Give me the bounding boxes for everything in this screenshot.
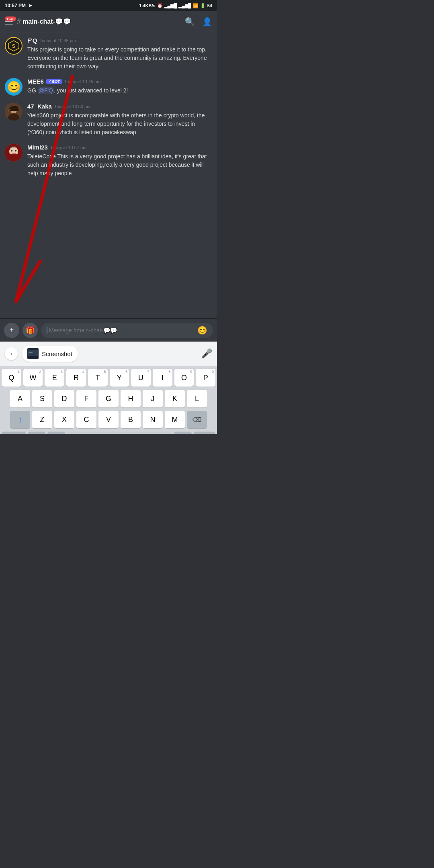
message-header-1: F'Q Today at 10:45 pm — [27, 37, 212, 44]
svg-point-9 — [15, 150, 16, 151]
key-u[interactable]: 7U — [131, 369, 151, 387]
key-w[interactable]: 2W — [23, 369, 43, 387]
battery-level: 54 — [207, 3, 212, 8]
checkmark-icon: ✓ — [48, 80, 51, 84]
svg-point-7 — [8, 154, 19, 162]
key-o[interactable]: 9O — [174, 369, 194, 387]
key-c[interactable]: C — [76, 411, 96, 428]
notification-badge: 1249 — [5, 16, 16, 21]
screenshot-suggestion-chip[interactable]: Screenshot — [22, 346, 78, 362]
return-key[interactable]: ↵ — [194, 432, 215, 434]
key-n[interactable]: N — [143, 411, 163, 428]
message-group-2: 😊 MEE6 ✓ BOT Today at 10:45 pm GG @F'Q, … — [5, 78, 212, 96]
key-z[interactable]: Z — [32, 411, 52, 428]
svg-rect-13 — [29, 351, 32, 351]
key-s[interactable]: S — [32, 390, 52, 407]
speed-indicator: 1.4KB/s — [139, 3, 155, 8]
wifi-icon: 📶 — [193, 3, 199, 8]
avatar-mimi — [5, 144, 23, 162]
signal2-icon: ▂▄▆█ — [178, 3, 191, 8]
message-group-1: S F'Q Today at 10:45 pm This project is … — [5, 37, 212, 71]
username-kaka: 47_Kaka — [27, 103, 52, 110]
svg-rect-15 — [29, 352, 33, 353]
message-text-2: GG @F'Q, you just advanced to level 2! — [27, 86, 212, 95]
key-a[interactable]: A — [10, 390, 30, 407]
message-header-3: 47_Kaka Today at 10:50 pm — [27, 103, 212, 110]
screenshot-text: Screenshot — [42, 350, 72, 357]
avatar-kaka — [5, 103, 23, 121]
comma-key[interactable]: , — [28, 432, 45, 434]
shift-key[interactable]: ↑ — [10, 411, 30, 428]
svg-rect-12 — [28, 350, 38, 350]
key-y[interactable]: 6Y — [110, 369, 129, 387]
chat-area: S F'Q Today at 10:45 pm This project is … — [0, 32, 217, 318]
chevron-right-icon: › — [10, 350, 12, 357]
key-j[interactable]: J — [143, 390, 163, 407]
key-i[interactable]: 8I — [153, 369, 172, 387]
num-sym-key[interactable]: ?123 — [2, 432, 26, 434]
header-icons: 🔍 👤 — [185, 17, 212, 27]
svg-rect-14 — [29, 352, 33, 352]
avatar-fq: S — [5, 37, 23, 55]
username-fq: F'Q — [27, 37, 37, 44]
emoji-button[interactable]: 😊 — [197, 326, 207, 335]
message-content-1: F'Q Today at 10:45 pm This project is go… — [27, 37, 212, 71]
avatar-mee6: 😊 — [5, 78, 23, 96]
key-k[interactable]: K — [165, 390, 185, 407]
message-text-4: TaleteCode This is a verry good project … — [27, 152, 212, 178]
svg-point-8 — [11, 150, 12, 151]
signal-icon: ▂▄▆█ — [164, 3, 177, 8]
add-button[interactable]: + — [4, 323, 19, 338]
timestamp-1: Today at 10:45 pm — [39, 38, 76, 43]
delete-key[interactable]: ⌫ — [187, 411, 207, 428]
suggestion-expand-button[interactable]: › — [5, 347, 18, 360]
period-key[interactable]: . — [174, 432, 192, 434]
profile-icon[interactable]: 👤 — [202, 17, 212, 27]
timestamp-3: Today at 10:50 pm — [54, 104, 91, 109]
key-x[interactable]: X — [54, 411, 74, 428]
channel-name: # main-chat-💬💬 — [17, 17, 181, 26]
keyboard-row-4: ?123 , 😊 . ↵ — [2, 432, 215, 434]
emoji-keyboard-key[interactable]: 😊 — [47, 432, 65, 434]
keyboard-row-2: A S D F G H J K L — [2, 390, 215, 407]
keyboard-row-1: 1Q 2W 3E 4R 5T 6Y 7U 8I 9O 0P — [2, 369, 215, 387]
time: 10:57 PM — [5, 3, 26, 8]
search-icon[interactable]: 🔍 — [185, 17, 195, 27]
message-group-3: 47_Kaka Today at 10:50 pm Yield360 proje… — [5, 103, 212, 137]
timestamp-2: Today at 10:45 pm — [64, 79, 101, 84]
key-m[interactable]: M — [165, 411, 185, 428]
key-r[interactable]: 4R — [66, 369, 86, 387]
bot-badge: ✓ BOT — [46, 79, 62, 84]
message-content-4: Mimi23 Today at 10:57 pm TaleteCode This… — [27, 144, 212, 178]
gift-button[interactable]: 🎁 — [23, 323, 38, 338]
screenshot-thumbnail — [27, 348, 39, 359]
message-content-3: 47_Kaka Today at 10:50 pm Yield360 proje… — [27, 103, 212, 137]
microphone-icon[interactable]: 🎤 — [201, 348, 212, 359]
key-h[interactable]: H — [121, 390, 141, 407]
message-group-4: Mimi23 Today at 10:57 pm TaleteCode This… — [5, 144, 212, 178]
hash-icon: # — [17, 17, 21, 26]
key-f[interactable]: F — [76, 390, 96, 407]
status-bar: 10:57 PM ➤ 1.4KB/s ⏰ ▂▄▆█ ▂▄▆█ 📶 🔋 54 — [0, 0, 217, 11]
suggestion-bar: › Screenshot 🎤 — [0, 342, 217, 366]
svg-text:S: S — [12, 43, 15, 49]
key-e[interactable]: 3E — [45, 369, 64, 387]
keyboard: 1Q 2W 3E 4R 5T 6Y 7U 8I 9O 0P A S — [0, 366, 217, 434]
input-bar: + 🎁 Message #main-chat-💬💬 😊 — [0, 318, 217, 342]
key-p[interactable]: 0P — [196, 369, 215, 387]
key-b[interactable]: B — [121, 411, 141, 428]
message-input-field[interactable]: Message #main-chat-💬💬 😊 — [41, 323, 213, 338]
key-g[interactable]: G — [98, 390, 119, 407]
key-t[interactable]: 5T — [88, 369, 108, 387]
key-l[interactable]: L — [187, 390, 207, 407]
status-right: 1.4KB/s ⏰ ▂▄▆█ ▂▄▆█ 📶 🔋 54 — [139, 3, 212, 8]
key-v[interactable]: V — [98, 411, 119, 428]
key-d[interactable]: D — [54, 390, 74, 407]
mention-fq: @F'Q — [38, 87, 54, 94]
header: 1249 # main-chat-💬💬 🔍 👤 — [0, 11, 217, 32]
battery-icon: 🔋 — [200, 3, 206, 8]
space-key[interactable] — [67, 432, 172, 434]
key-q[interactable]: 1Q — [2, 369, 21, 387]
hamburger-button[interactable]: 1249 — [5, 19, 13, 25]
username-mee6: MEE6 — [27, 78, 44, 85]
